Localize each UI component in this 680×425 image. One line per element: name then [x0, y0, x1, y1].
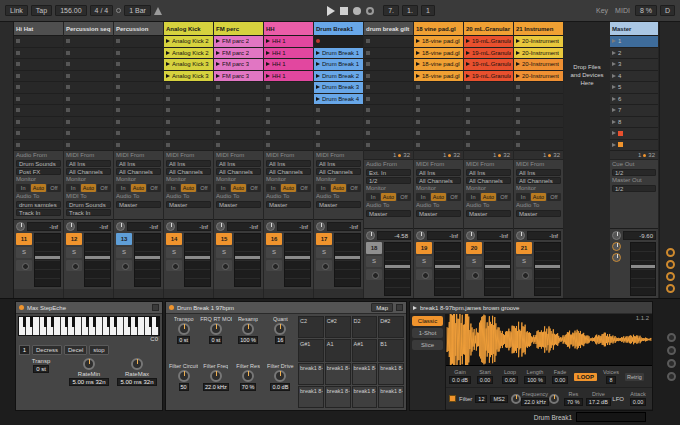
track-activator-button[interactable]: 20 — [466, 242, 482, 254]
filter-toggle[interactable] — [449, 395, 456, 402]
track-activator-button[interactable]: 21 — [516, 242, 532, 254]
monitor-in-button[interactable]: In — [66, 184, 80, 192]
clip-slot[interactable] — [214, 105, 263, 117]
clip-slot[interactable]: Drum Break 1 — [314, 59, 363, 71]
clip-play-icon[interactable] — [416, 39, 420, 43]
clip-slot[interactable] — [264, 117, 313, 129]
arm-button[interactable] — [166, 260, 182, 271]
track-activator-button[interactable]: 18 — [366, 242, 382, 254]
input-source-select[interactable]: All Ins — [166, 160, 211, 167]
device-on-button[interactable] — [169, 305, 174, 310]
output-type-label[interactable]: Audio To — [314, 193, 363, 200]
clip-play-icon[interactable] — [166, 51, 170, 55]
pan-knob[interactable] — [66, 222, 75, 231]
clip-slot[interactable] — [364, 82, 413, 94]
tempo-field[interactable]: 156.00 — [55, 5, 86, 16]
input-source-select[interactable]: All Ins — [416, 169, 461, 176]
clip-slot[interactable] — [164, 128, 213, 140]
master-pan-knob[interactable] — [612, 231, 621, 240]
drum-pad[interactable]: break1 8-9 — [298, 363, 324, 385]
step-count-field[interactable]: 1 — [19, 345, 30, 355]
solo-button[interactable]: S — [16, 247, 32, 258]
simpler-mode-tab[interactable]: 1-Shot — [412, 328, 443, 338]
drum-pad[interactable]: B1 — [378, 339, 404, 361]
clip-slot[interactable] — [364, 128, 413, 140]
input-source-select[interactable]: All Ins — [466, 169, 511, 176]
drum-pad[interactable]: break1 8-9 — [298, 386, 324, 408]
solo-button[interactable]: S — [116, 247, 132, 258]
arm-button[interactable] — [16, 260, 32, 271]
input-channel-select[interactable]: All Channels — [516, 177, 561, 184]
output-dest-select[interactable]: Master — [416, 210, 461, 217]
input-channel-select[interactable]: All Channels — [216, 168, 261, 175]
volume-field[interactable]: -Inf — [277, 222, 311, 231]
global-quantization-select[interactable]: 1 Bar — [124, 5, 151, 16]
track-header[interactable]: 18 vine pad.gl — [414, 22, 463, 36]
arm-button[interactable] — [116, 260, 132, 271]
track-activator-button[interactable]: 12 — [66, 233, 82, 245]
input-source-select[interactable]: Ext. In — [366, 169, 411, 176]
clip-slot[interactable]: Drum Break 3 — [314, 82, 363, 94]
input-type-label[interactable]: MIDI From — [414, 161, 463, 168]
clip-slot[interactable] — [114, 140, 163, 152]
clip-slot[interactable] — [64, 71, 113, 83]
clip-slot[interactable] — [114, 59, 163, 71]
clip-slot[interactable] — [214, 94, 263, 106]
solo-button[interactable]: S — [366, 256, 382, 267]
position-sixteenths-field[interactable]: 1 — [421, 5, 435, 16]
clip-play-icon[interactable] — [266, 39, 270, 43]
arm-button[interactable] — [416, 269, 432, 280]
io-toggle-icon[interactable] — [666, 248, 675, 257]
clip-slot[interactable] — [14, 105, 63, 117]
track-activator-button[interactable]: 15 — [216, 233, 232, 245]
clip-slot[interactable] — [164, 117, 213, 129]
output-dest-select[interactable]: Master — [316, 201, 361, 208]
clip-slot[interactable]: 19-mL.Granular — [464, 59, 513, 71]
input-channel-select[interactable]: All Channels — [316, 168, 361, 175]
output-type-label[interactable]: Audio To — [514, 202, 563, 209]
clip-play-icon[interactable] — [316, 62, 320, 66]
clip-slot[interactable] — [14, 59, 63, 71]
clip-slot[interactable] — [14, 140, 63, 152]
level-meter[interactable] — [384, 242, 411, 296]
monitor-in-button[interactable]: In — [216, 184, 230, 192]
clip-slot[interactable] — [214, 128, 263, 140]
level-meter[interactable] — [34, 233, 61, 287]
monitor-off-button[interactable]: Off — [47, 184, 61, 192]
clip-slot[interactable]: Analog Kick 2 — [164, 48, 213, 60]
input-type-label[interactable]: Audio From — [364, 161, 413, 168]
session-record-button[interactable] — [366, 7, 374, 15]
max-device-button[interactable]: Decel — [64, 345, 87, 355]
track-activator-button[interactable]: 19 — [416, 242, 432, 254]
input-type-label[interactable]: Audio From — [14, 152, 63, 159]
monitor-auto-button[interactable]: Auto — [281, 184, 295, 192]
clip-slot[interactable]: Drum Break 1 — [314, 48, 363, 60]
output-type-label[interactable]: Audio To — [14, 193, 63, 200]
pan-knob[interactable] — [166, 222, 175, 231]
clip-slot[interactable]: 18-vine pad.gl — [414, 59, 463, 71]
monitor-auto-button[interactable]: Auto — [431, 193, 445, 201]
monitor-off-button[interactable]: Off — [297, 184, 311, 192]
sends-toggle-icon[interactable] — [666, 260, 675, 269]
macro-knob[interactable] — [242, 370, 254, 382]
output-type-label[interactable]: Audio To — [164, 193, 213, 200]
clip-slot[interactable] — [414, 128, 463, 140]
monitor-off-button[interactable]: Off — [397, 193, 411, 201]
level-meter[interactable] — [84, 233, 111, 287]
clip-slot[interactable]: FM parc 3 — [214, 59, 263, 71]
monitor-in-button[interactable]: In — [16, 184, 30, 192]
output-channel-select[interactable]: Track In — [66, 209, 111, 216]
clip-slot[interactable] — [414, 82, 463, 94]
clip-slot[interactable] — [414, 94, 463, 106]
macro-knob[interactable] — [178, 323, 190, 335]
level-meter[interactable] — [184, 233, 211, 287]
track-activator-button[interactable]: 11 — [16, 233, 32, 245]
clip-slot[interactable] — [64, 48, 113, 60]
input-type-label[interactable]: MIDI From — [214, 152, 263, 159]
scene-launch-icon[interactable] — [612, 74, 616, 78]
clip-play-icon[interactable] — [316, 85, 320, 89]
scene-launch-icon[interactable] — [612, 131, 616, 135]
solo-button[interactable]: S — [466, 256, 482, 267]
clip-slot[interactable] — [364, 105, 413, 117]
clip-slot[interactable] — [414, 105, 463, 117]
